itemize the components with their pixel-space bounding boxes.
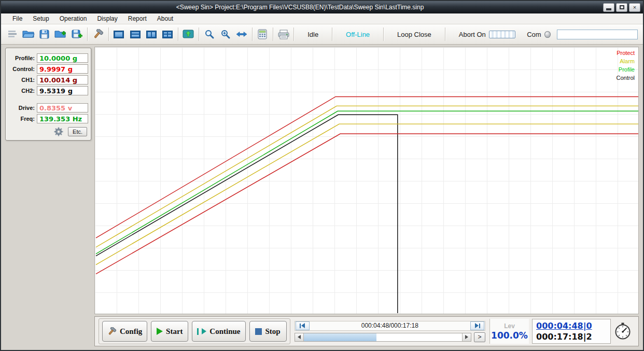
menu-about[interactable]: About bbox=[152, 14, 178, 23]
scroll-right-button[interactable] bbox=[462, 333, 471, 341]
ch2-label: CH2: bbox=[8, 88, 35, 94]
toolbar-separator bbox=[199, 27, 199, 41]
sweep-scroll-row: > bbox=[295, 332, 485, 342]
menu-report[interactable]: Report bbox=[123, 14, 152, 23]
scroll-left-button[interactable] bbox=[295, 333, 304, 341]
stop-square-icon bbox=[255, 328, 262, 335]
window-controls: × bbox=[603, 3, 640, 12]
toolbar-separator bbox=[87, 27, 88, 41]
toolbar-tools-button[interactable] bbox=[90, 26, 106, 42]
status-info-group: Lev 100.0% 000:04:48|0 000:17:18|2 bbox=[489, 319, 635, 344]
toolbar-zoom-in-button[interactable] bbox=[201, 26, 217, 42]
scrollbar-track[interactable] bbox=[304, 333, 462, 341]
minimize-icon bbox=[606, 8, 611, 10]
config-button[interactable]: Config bbox=[102, 321, 147, 342]
layout-quad-icon bbox=[162, 31, 173, 38]
close-button[interactable]: × bbox=[629, 3, 640, 12]
toolbar-layout-quad-button[interactable] bbox=[159, 26, 175, 42]
save-icon bbox=[39, 30, 50, 39]
reading-row-control: Control: 9.9997 g bbox=[8, 64, 88, 74]
continue-play-icon bbox=[202, 328, 206, 334]
com-label: Com bbox=[515, 31, 541, 38]
toolbar-pan-button[interactable] bbox=[233, 26, 249, 42]
expand-button[interactable]: > bbox=[474, 332, 485, 342]
timer-dial-button[interactable] bbox=[611, 319, 635, 344]
toolbar-save-button[interactable] bbox=[37, 26, 53, 42]
stop-button[interactable]: Stop bbox=[249, 321, 287, 342]
skip-to-end-button[interactable] bbox=[470, 321, 484, 330]
sweep-progress-group: 000:04:48/000:17:18 > bbox=[295, 321, 485, 342]
toolbar-calculator-button[interactable] bbox=[255, 26, 271, 42]
control-value: 9.9997 g bbox=[37, 64, 88, 74]
save-as-icon bbox=[72, 30, 83, 39]
layout-rows-icon bbox=[130, 31, 141, 38]
ch1-label: CH1: bbox=[8, 77, 35, 83]
calculator-icon bbox=[258, 29, 267, 39]
toolbar-separator bbox=[273, 27, 273, 41]
toolbar-separator bbox=[332, 27, 332, 41]
chart-area[interactable]: Protect Alarm Profile Control bbox=[94, 47, 639, 314]
window-title: <Sweep Sin> Project:E:\Program Files\VCS… bbox=[1, 4, 599, 11]
com-message-field[interactable] bbox=[557, 30, 638, 39]
toolbar-layout-rows-button[interactable] bbox=[127, 26, 143, 42]
toolbar-notes-button[interactable] bbox=[4, 26, 20, 42]
open-folder-icon bbox=[22, 30, 35, 39]
config-button-label: Config bbox=[120, 327, 142, 336]
toolbar-autoscale-button[interactable] bbox=[180, 26, 197, 42]
start-play-icon bbox=[157, 328, 163, 335]
toolbar: Idle Off-Line Loop Close Abort On Com bbox=[1, 24, 643, 45]
sweep-scrollbar[interactable] bbox=[295, 333, 471, 342]
line-state-label: Off-Line bbox=[334, 31, 381, 38]
layout-single-icon bbox=[114, 31, 124, 38]
zoom-select-icon bbox=[220, 29, 231, 39]
toolbar-add-project-button[interactable] bbox=[53, 26, 69, 42]
level-display: Lev 100.0% bbox=[489, 319, 529, 344]
legend-item-protect: Protect bbox=[617, 49, 635, 57]
sweep-position-row: 000:04:48/000:17:18 bbox=[295, 321, 485, 331]
toolbar-layout-single-button[interactable] bbox=[111, 26, 127, 42]
title-bar: <Sweep Sin> Project:E:\Program Files\VCS… bbox=[1, 1, 643, 13]
com-status-led bbox=[544, 31, 551, 38]
freq-value: 139.353 Hz bbox=[37, 114, 88, 123]
drive-label: Drive: bbox=[8, 105, 35, 111]
toolbar-zoom-select-button[interactable] bbox=[217, 26, 233, 42]
menu-bar: File Setup Operation Display Report Abou… bbox=[1, 13, 643, 24]
continue-button-label: Continue bbox=[209, 327, 240, 336]
continue-button[interactable]: Continue bbox=[192, 321, 245, 342]
start-button[interactable]: Start bbox=[151, 321, 188, 342]
layout-columns-icon bbox=[146, 31, 157, 38]
toolbar-print-button[interactable] bbox=[275, 26, 291, 42]
right-column: Protect Alarm Profile Control Config Sta… bbox=[94, 45, 643, 350]
toolbar-separator bbox=[445, 27, 445, 41]
scrollbar-fill[interactable] bbox=[304, 333, 377, 341]
notes-icon bbox=[7, 30, 18, 39]
ch1-value: 10.0014 g bbox=[37, 75, 88, 85]
panel-actions-row: Etc. bbox=[8, 127, 88, 137]
toolbar-open-button[interactable] bbox=[20, 26, 36, 42]
menu-file[interactable]: File bbox=[7, 14, 27, 23]
settings-gear-button[interactable] bbox=[53, 127, 64, 137]
start-button-label: Start bbox=[166, 327, 183, 336]
bottom-control-bar: Config Start Continue Stop bbox=[94, 316, 639, 346]
menu-display[interactable]: Display bbox=[92, 14, 122, 23]
close-icon: × bbox=[633, 5, 636, 10]
chart-plot bbox=[95, 47, 638, 314]
toolbar-save-as-button[interactable] bbox=[69, 26, 85, 42]
scroll-left-arrow-icon bbox=[298, 335, 301, 339]
maximize-button[interactable] bbox=[616, 3, 627, 12]
menu-operation[interactable]: Operation bbox=[54, 14, 92, 23]
minimize-button[interactable] bbox=[603, 3, 614, 12]
reading-row-profile: Profile: 10.0000 g bbox=[8, 53, 88, 63]
toolbar-layout-columns-button[interactable] bbox=[143, 26, 159, 42]
freq-label: Freq: bbox=[8, 116, 35, 122]
clock-icon bbox=[613, 322, 632, 341]
printer-icon bbox=[277, 29, 290, 39]
skip-to-start-button[interactable] bbox=[296, 321, 310, 330]
reading-row-ch2: CH2: 9.5319 g bbox=[8, 86, 88, 95]
ch2-value: 9.5319 g bbox=[37, 86, 88, 95]
menu-setup[interactable]: Setup bbox=[27, 14, 54, 23]
profile-value: 10.0000 g bbox=[37, 53, 88, 63]
etc-button[interactable]: Etc. bbox=[68, 127, 87, 136]
zoom-in-icon bbox=[204, 29, 215, 39]
reading-row-drive: Drive: 0.8355 v bbox=[8, 103, 88, 113]
